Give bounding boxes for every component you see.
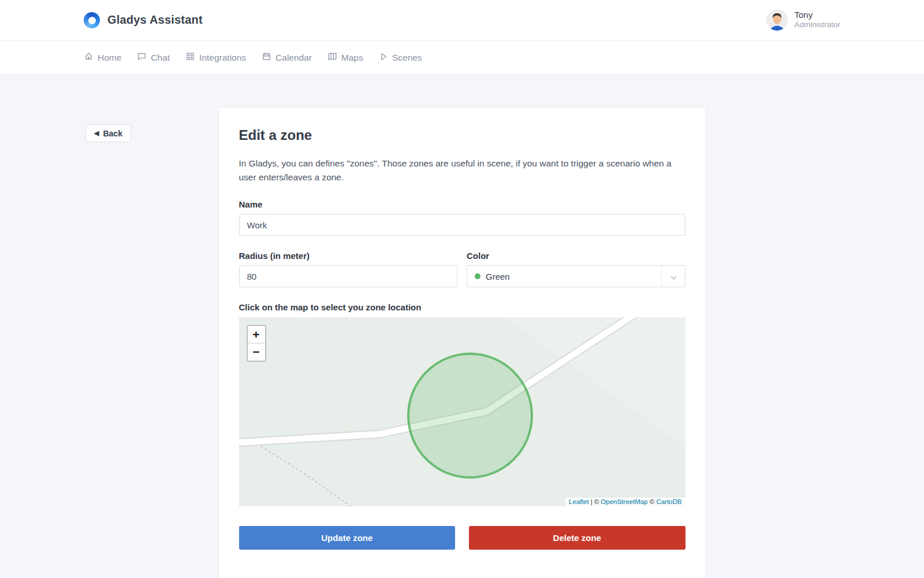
copyright-symbol: © [650,498,654,505]
map-tiles [239,317,685,506]
update-zone-button[interactable]: Update zone [239,526,456,550]
nav-label: Maps [341,53,363,63]
radius-label: Radius (in meter) [239,251,458,261]
color-select-value: Green [486,272,510,281]
back-arrow-icon: ◀ [94,129,99,137]
app-brand[interactable]: Gladys Assistant [84,12,203,28]
back-button-label: Back [103,129,122,138]
gladys-logo-icon [84,12,100,28]
zoom-in-button[interactable]: + [248,326,265,343]
leaflet-link[interactable]: Leaflet [569,498,589,505]
cartodb-link[interactable]: CartoDB [656,498,681,505]
map-icon [327,51,337,64]
openstreetmap-link[interactable]: OpenStreetMap [601,498,647,505]
nav-label: Integrations [199,53,246,63]
select-divider [661,266,662,286]
user-menu[interactable]: Tony Administrator [766,9,840,31]
nav-item-scenes[interactable]: Scenes [379,52,422,64]
back-button[interactable]: ◀ Back [85,124,131,142]
copyright-symbol: © [594,498,599,505]
chevron-down-icon [670,273,677,284]
zone-radius-input[interactable] [239,265,458,287]
zoom-out-button[interactable]: − [248,343,265,361]
nav-label: Home [98,53,121,63]
green-color-dot-icon [475,273,480,279]
user-name: Tony [794,10,840,21]
grid-icon [185,51,195,64]
color-label: Color [467,251,685,261]
map-instruction-label: Click on the map to select you zone loca… [239,302,685,312]
edit-zone-card: Edit a zone In Gladys, you can defines "… [218,107,706,578]
play-icon [379,52,388,64]
page-title: Edit a zone [239,127,685,143]
app-title: Gladys Assistant [107,13,203,27]
user-role: Administrator [794,20,840,30]
map-attribution: Leaflet|© OpenStreetMap © CartoDB [565,498,685,506]
nav-item-calendar[interactable]: Calendar [262,51,312,64]
nav-label: Chat [151,53,170,63]
calendar-icon [262,51,271,64]
home-icon [84,51,94,64]
nav-item-chat[interactable]: Chat [137,51,170,64]
nav-label: Scenes [392,53,422,63]
nav-item-integrations[interactable]: Integrations [185,51,246,64]
name-label: Name [239,199,685,209]
main-nav: Home Chat Integrations Calendar Maps [0,40,924,75]
map-zoom-control: + − [247,325,266,362]
nav-item-maps[interactable]: Maps [327,51,363,64]
app-header: Gladys Assistant Tony Administrator [0,0,924,40]
zone-description: In Gladys, you can defines "zones". Thos… [239,157,678,184]
nav-label: Calendar [275,53,312,63]
avatar [766,9,788,31]
chat-icon [137,51,147,64]
zone-circle [408,354,532,477]
attribution-separator: | [591,498,593,505]
color-select[interactable]: Green [467,265,685,287]
nav-item-home[interactable]: Home [84,51,121,64]
zone-name-input[interactable] [239,214,685,236]
delete-zone-button[interactable]: Delete zone [469,526,685,550]
zone-map[interactable]: + − Leaflet|© OpenStreetMap © CartoDB [239,317,685,506]
